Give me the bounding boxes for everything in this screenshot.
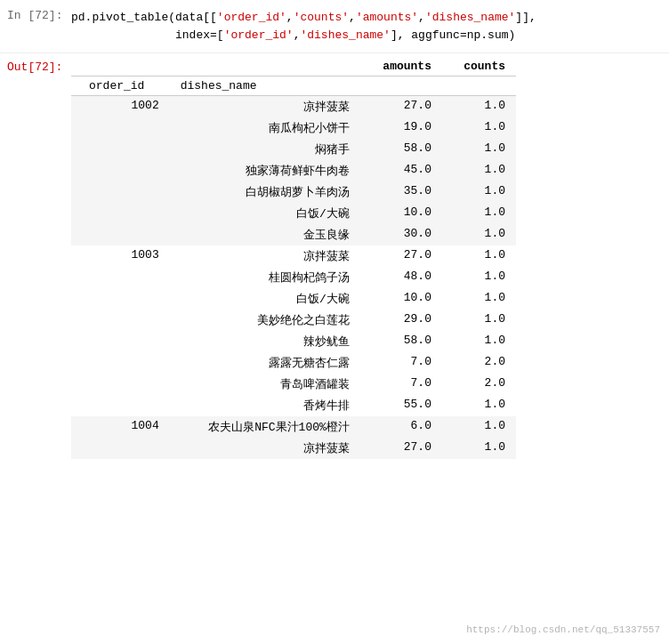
table-row: 桂圆枸杞鸽子汤48.01.0 [71,267,516,288]
pivot-table: amounts counts order_id dishes_name 1002… [71,57,516,459]
count-cell: 1.0 [442,395,516,416]
amounts-sub-header [360,76,442,96]
table-row: 南瓜枸杞小饼干19.01.0 [71,117,516,139]
input-cell: In [72]: pd.pivot_table(data[['order_id'… [0,0,669,53]
dishes-name-index-header: dishes_name [170,76,360,96]
count-cell: 1.0 [442,160,516,181]
amount-cell: 27.0 [360,438,442,459]
table-row: 美妙绝伦之白莲花29.01.0 [71,310,516,331]
table-row: 焖猪手58.01.0 [71,139,516,160]
counts-sub-header [442,76,516,96]
order-id-cell [71,139,170,160]
table-row: 金玉良缘30.01.0 [71,224,516,246]
order-id-cell [71,438,170,459]
amount-cell: 29.0 [360,310,442,331]
count-cell: 1.0 [442,96,516,118]
amount-cell: 58.0 [360,331,442,352]
table-row: 1004农夫山泉NFC果汁100%橙汁6.01.0 [71,416,516,438]
count-cell: 2.0 [442,374,516,395]
dish-name-cell: 独家薄荷鲜虾牛肉卷 [170,160,360,181]
order-id-index-header: order_id [71,76,170,96]
order-id-cell [71,374,170,395]
count-cell: 1.0 [442,416,516,438]
out-text: Out[72]: [7,60,62,74]
dish-name-cell: 焖猪手 [170,139,360,160]
order-id-cell [71,203,170,224]
table-row: 辣炒鱿鱼58.01.0 [71,331,516,352]
order-id-cell [71,117,170,139]
dish-name-cell: 农夫山泉NFC果汁100%橙汁 [170,416,360,438]
count-cell: 1.0 [442,331,516,352]
order-id-cell [71,352,170,374]
amount-cell: 10.0 [360,288,442,310]
amount-cell: 55.0 [360,395,442,416]
dish-name-cell: 露露无糖杏仁露 [170,352,360,374]
amount-cell: 48.0 [360,267,442,288]
order-id-cell [71,331,170,352]
amount-cell: 35.0 [360,181,442,203]
count-cell: 1.0 [442,139,516,160]
amount-cell: 27.0 [360,96,442,118]
table-row: 香烤牛排55.01.0 [71,395,516,416]
dish-name-cell: 美妙绝伦之白莲花 [170,310,360,331]
counts-header: counts [442,57,516,76]
code-line-1: pd.pivot_table(data[['order_id','counts'… [71,9,669,27]
empty-header-dish [170,57,360,76]
dish-name-cell: 凉拌菠菜 [170,438,360,459]
order-id-cell [71,288,170,310]
in-text: In [7,9,21,22]
column-header-row: amounts counts [71,57,516,76]
count-cell: 1.0 [442,267,516,288]
count-cell: 1.0 [442,246,516,267]
order-id-cell: 1004 [71,416,170,438]
amount-cell: 7.0 [360,374,442,395]
dish-name-cell: 青岛啤酒罐装 [170,374,360,395]
count-cell: 1.0 [442,181,516,203]
order-id-cell [71,310,170,331]
count-cell: 1.0 [442,288,516,310]
amount-cell: 10.0 [360,203,442,224]
amount-cell: 30.0 [360,224,442,246]
amount-cell: 6.0 [360,416,442,438]
cell-number: 72 [35,9,49,22]
count-cell: 1.0 [442,224,516,246]
bracket-close: ]: [49,9,63,22]
table-row: 白饭/大碗10.01.0 [71,203,516,224]
amount-cell: 19.0 [360,117,442,139]
table-row: 青岛啤酒罐装7.02.0 [71,374,516,395]
code-content: pd.pivot_table(data[['order_id','counts'… [71,5,669,47]
amount-cell: 45.0 [360,160,442,181]
empty-header-orderid [71,57,170,76]
index-header-row: order_id dishes_name [71,76,516,96]
order-id-cell: 1003 [71,246,170,267]
order-id-cell [71,181,170,203]
amount-cell: 7.0 [360,352,442,374]
amount-cell: 27.0 [360,246,442,267]
table-row: 凉拌菠菜27.01.0 [71,438,516,459]
order-id-cell [71,224,170,246]
output-cell: Out[72]: amounts counts order_id dishes_… [0,53,669,463]
dish-name-cell: 白饭/大碗 [170,203,360,224]
table-row: 1002凉拌菠菜27.01.0 [71,96,516,118]
order-id-cell [71,160,170,181]
code-line-2: index=['order_id','dishes_name'], aggfun… [71,27,669,44]
dish-name-cell: 南瓜枸杞小饼干 [170,117,360,139]
count-cell: 1.0 [442,117,516,139]
count-cell: 2.0 [442,352,516,374]
dish-name-cell: 凉拌菠菜 [170,246,360,267]
dish-name-cell: 白饭/大碗 [170,288,360,310]
count-cell: 1.0 [442,310,516,331]
dish-name-cell: 香烤牛排 [170,395,360,416]
dish-name-cell: 凉拌菠菜 [170,96,360,118]
dish-name-cell: 金玉良缘 [170,224,360,246]
table-row: 独家薄荷鲜虾牛肉卷45.01.0 [71,160,516,181]
output-label: Out[72]: [0,57,71,459]
output-table-container: amounts counts order_id dishes_name 1002… [71,57,669,459]
count-cell: 1.0 [442,438,516,459]
table-row: 1003凉拌菠菜27.01.0 [71,246,516,267]
dish-name-cell: 辣炒鱿鱼 [170,331,360,352]
dish-name-cell: 桂圆枸杞鸽子汤 [170,267,360,288]
table-row: 白胡椒胡萝卜羊肉汤35.01.0 [71,181,516,203]
table-body: 1002凉拌菠菜27.01.0南瓜枸杞小饼干19.01.0焖猪手58.01.0独… [71,96,516,460]
input-label: In [72]: [0,5,71,47]
